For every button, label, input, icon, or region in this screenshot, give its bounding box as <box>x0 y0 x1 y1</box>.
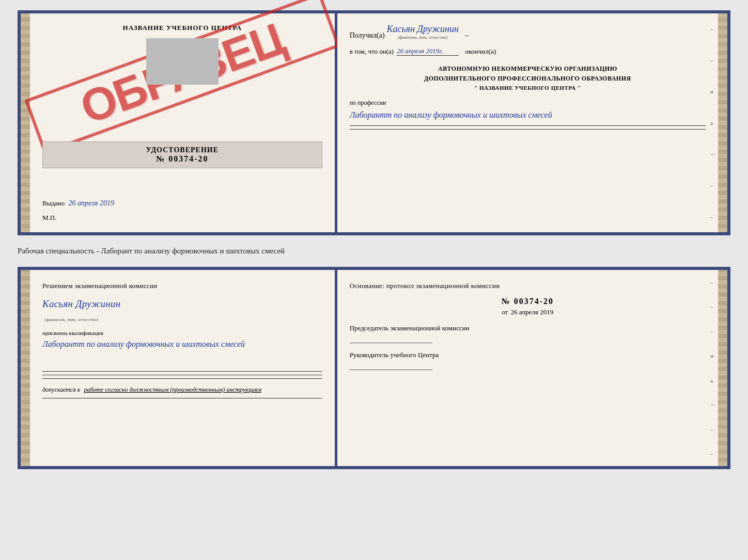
profession-text: Лаборантт по анализу формовочных и шихто… <box>350 110 552 119</box>
bottom-kvalif-text: Лаборантт по анализу формовочных и шихто… <box>42 338 322 350</box>
rukovoditel-signature <box>350 362 432 370</box>
gray-placeholder-box <box>146 38 219 85</box>
kvalif-text-value: Лаборантт по анализу формовочных и шихто… <box>42 340 245 348</box>
udostoverenie-title: УДОСТОВЕРЕНИЕ <box>51 146 314 154</box>
left-decorative-strip <box>21 13 30 232</box>
poluchil-name: Касьян Дружинин <box>387 24 459 35</box>
profession-handwritten: Лаборантт по анализу формовочных и шихто… <box>350 109 706 121</box>
okonchil-label: окончил(а) <box>465 47 496 56</box>
bottom-left-strip <box>21 270 30 466</box>
poluchil-line: Получил(а) Касьян Дружинин (фамилия, имя… <box>350 24 706 40</box>
center-line2: ДОПОЛНИТЕЛЬНОГО ПРОФЕССИОНАЛЬНОГО ОБРАЗО… <box>350 74 706 84</box>
vydano-date: 26 апреля 2019 <box>69 199 114 207</box>
dopusk-text: работе согласно должностным (производств… <box>84 386 261 393</box>
dopusk-prefix: допускается к <box>42 386 80 393</box>
v-tom-date: 26 апреля 2019г. <box>397 47 459 56</box>
fio-subtitle-top: (фамилия, имя, отчество) <box>398 35 448 40</box>
dash-after-name: – <box>465 31 469 40</box>
protocol-number: № 00374-20 <box>350 297 706 306</box>
v-tom-line: в том, что он(а) 26 апреля 2019г. окончи… <box>350 47 706 56</box>
bottom-fio-subtitle: (фамилия, имя, отчество) <box>44 317 98 322</box>
bottom-right-strip <box>718 270 727 466</box>
vydano-prefix: Выдано <box>42 199 65 207</box>
dopusk-line: допускается к работе согласно должностны… <box>42 386 322 394</box>
bottom-name: Касьян Дружинин <box>42 296 322 312</box>
mp-line: М.П. <box>42 214 322 222</box>
profession-label: по профессии <box>350 99 706 107</box>
right-decorative-strip <box>718 13 727 232</box>
center-line1: АВТОНОМНУЮ НЕКОММЕРЧЕСКУЮ ОРГАНИЗАЦИЮ <box>350 64 706 74</box>
resheniem-text: Решением экзаменационной комиссии Касьян… <box>42 280 322 325</box>
top-left-panel: НАЗВАНИЕ УЧЕБНОГО ЦЕНТРА ОБРАЗЕЦ УДОСТОВ… <box>30 13 336 232</box>
prisvoena-label: присвоена квалификация <box>42 330 322 336</box>
specialty-line: Рабочая специальность - Лаборант по анал… <box>18 244 730 259</box>
bot-underline3 <box>42 378 322 379</box>
bottom-right-panel: Основание: протокол экзаменационной коми… <box>337 270 718 466</box>
osnovanie-label: Основание: протокол экзаменационной коми… <box>350 280 706 292</box>
bottom-document: Решением экзаменационной комиссии Касьян… <box>18 267 730 469</box>
bot-underline2 <box>42 375 322 375</box>
top-right-panel: Получил(а) Касьян Дружинин (фамилия, имя… <box>337 13 718 232</box>
bottom-right-margin-marks: –––иа←–– <box>710 270 716 466</box>
ot-prefix: от <box>502 308 508 316</box>
osnovanie-text: Основание: протокол экзаменационной коми… <box>350 280 706 292</box>
right-margin-marks: ––иа←–– <box>710 13 716 232</box>
poluchil-prefix: Получил(а) <box>350 31 385 40</box>
prof-underline2 <box>350 129 706 130</box>
v-tom-prefix: в том, что он(а) <box>350 47 394 56</box>
bot-underline4 <box>42 398 322 398</box>
protocol-date: от 26 апреля 2019 <box>350 308 706 316</box>
predsedatel-block: Председатель экзаменационной комиссии <box>350 324 706 343</box>
rukovoditel-block: Руководитель учебного Центра <box>350 350 706 370</box>
bot-underline1 <box>42 371 322 372</box>
udostoverenie-number: № 00374-20 <box>51 154 314 164</box>
prof-underline1 <box>350 125 706 126</box>
resheniem-label: Решением экзаменационной комиссии <box>42 280 322 292</box>
center-block-text: АВТОНОМНУЮ НЕКОММЕРЧЕСКУЮ ОРГАНИЗАЦИЮ ДО… <box>350 64 706 93</box>
vydano-line: Выдано 26 апреля 2019 <box>42 199 322 207</box>
predsedatel-label: Председатель экзаменационной комиссии <box>350 324 706 333</box>
bottom-left-panel: Решением экзаменационной комиссии Касьян… <box>30 270 336 466</box>
predsedatel-signature <box>350 335 432 343</box>
center-line3: " НАЗВАНИЕ УЧЕБНОГО ЦЕНТРА " <box>350 84 706 93</box>
rukovoditel-label: Руководитель учебного Центра <box>350 350 706 360</box>
udostoverenie-box: УДОСТОВЕРЕНИЕ № 00374-20 <box>42 141 322 168</box>
ot-date: 26 апреля 2019 <box>511 308 554 316</box>
top-document: НАЗВАНИЕ УЧЕБНОГО ЦЕНТРА ОБРАЗЕЦ УДОСТОВ… <box>18 10 730 235</box>
